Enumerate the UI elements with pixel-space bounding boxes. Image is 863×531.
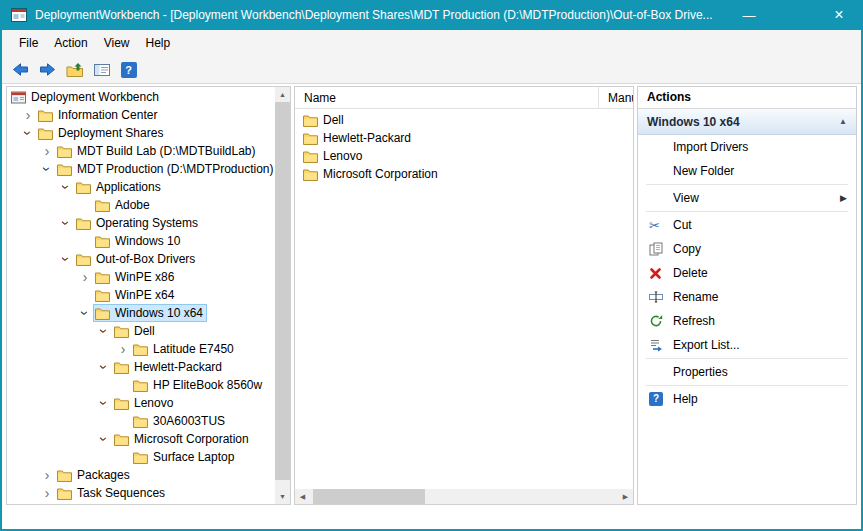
forward-button[interactable]	[36, 59, 59, 81]
tree-item-mdt-build-lab-d-mdtbuildlab[interactable]: ›MDT Build Lab (D:\MDTBuildLab)	[7, 142, 275, 160]
tree-item-microsoft-corporation[interactable]: ›Microsoft Corporation	[7, 430, 275, 448]
list-row-dell[interactable]: Dell	[295, 111, 633, 129]
help-icon: ?	[649, 392, 663, 406]
tree-expander-icon[interactable]: ›	[57, 251, 75, 267]
scroll-left-icon[interactable]: ◀	[295, 489, 310, 504]
action-item-label: New Folder	[673, 164, 856, 178]
tree-item-hewlett-packard[interactable]: ›Hewlett-Packard	[7, 358, 275, 376]
tree-item-hp-elitebook-8560w[interactable]: ›HP EliteBook 8560w	[7, 376, 275, 394]
action-item-export-list[interactable]: Export List...	[638, 333, 856, 357]
action-item-rename[interactable]: Rename	[638, 285, 856, 309]
tree-item-label: MDT Production (D:\MDTProduction)	[77, 162, 274, 176]
action-item-label: Delete	[673, 266, 856, 280]
tree-expander-icon[interactable]: ›	[95, 395, 113, 411]
action-item-delete[interactable]: Delete	[638, 261, 856, 285]
folder-icon	[95, 307, 110, 320]
tree-item-deployment-shares[interactable]: ›Deployment Shares	[7, 124, 275, 142]
close-button[interactable]: ×	[817, 0, 861, 30]
tree-item-applications[interactable]: ›Applications	[7, 178, 275, 196]
folder-icon	[303, 168, 318, 181]
tree-item-lenovo[interactable]: ›Lenovo	[7, 394, 275, 412]
tree-expander-icon[interactable]: ›	[39, 466, 55, 484]
tree-expander-icon[interactable]: ›	[39, 484, 55, 502]
tree-item-mdt-production-d-mdtproduction[interactable]: ›MDT Production (D:\MDTProduction)	[7, 160, 275, 178]
list-row-lenovo[interactable]: Lenovo	[295, 147, 633, 165]
column-header-name[interactable]: Name	[295, 87, 599, 108]
list-scrollbar-thumb[interactable]	[313, 489, 425, 504]
tree-item-30a6003tus[interactable]: ›30A6003TUS	[7, 412, 275, 430]
action-item-label: Export List...	[673, 338, 856, 352]
action-item-view[interactable]: View▶	[638, 186, 856, 210]
folder-icon	[38, 127, 53, 140]
action-item-properties[interactable]: Properties	[638, 360, 856, 384]
tree-item-information-center[interactable]: ›Information Center	[7, 106, 275, 124]
tree-scrollbar-track[interactable]	[275, 102, 290, 489]
folder-icon	[303, 132, 318, 145]
tree-item-latitude-e7450[interactable]: ›Latitude E7450	[7, 340, 275, 358]
tree-expander-icon[interactable]: ›	[76, 305, 94, 321]
list-row-hewlett-packard[interactable]: Hewlett-Packard	[295, 129, 633, 147]
toolbar: ?	[2, 56, 861, 84]
action-item-cut[interactable]: ✂Cut	[638, 213, 856, 237]
minimize-button[interactable]: —	[727, 0, 771, 30]
tree-expander-icon[interactable]: ›	[95, 431, 113, 447]
tree-item-windows-10[interactable]: ›Windows 10	[7, 232, 275, 250]
titlebar[interactable]: DeploymentWorkbench - [Deployment Workbe…	[2, 0, 861, 30]
action-item-import-drivers[interactable]: Import Drivers	[638, 135, 856, 159]
list-horizontal-scrollbar[interactable]: ◀ ▶	[295, 489, 633, 504]
help-button[interactable]: ?	[117, 59, 140, 81]
menu-item-file[interactable]: File	[11, 30, 46, 56]
tree-expander-icon[interactable]: ›	[19, 125, 37, 141]
tree-expander-icon[interactable]: ›	[20, 106, 36, 124]
folder-icon	[114, 361, 129, 374]
tree-item-operating-systems[interactable]: ›Operating Systems	[7, 214, 275, 232]
action-item-copy[interactable]: Copy	[638, 237, 856, 261]
up-one-level-button[interactable]	[63, 59, 86, 81]
tree-item-windows-10-x64[interactable]: ›Windows 10 x64	[7, 304, 275, 322]
folder-icon	[95, 271, 110, 284]
tree-vertical-scrollbar[interactable]: ▲ ▼	[275, 87, 290, 504]
tree-item-deployment-workbench[interactable]: Deployment Workbench	[7, 88, 275, 106]
tree-scrollbar-thumb[interactable]	[275, 102, 290, 480]
collapse-section-icon[interactable]: ▲	[839, 117, 847, 126]
back-button[interactable]	[9, 59, 32, 81]
cut-icon-slot: ✂	[649, 219, 673, 232]
list-scrollbar-track[interactable]	[310, 489, 618, 504]
tree-expander-icon[interactable]: ›	[115, 340, 131, 358]
tree-item-label: HP EliteBook 8560w	[153, 378, 262, 392]
tree-item-adobe[interactable]: ›Adobe	[7, 196, 275, 214]
tree-item-packages[interactable]: ›Packages	[7, 466, 275, 484]
tree-item-dell[interactable]: ›Dell	[7, 322, 275, 340]
tree-item-task-sequences[interactable]: ›Task Sequences	[7, 484, 275, 502]
action-item-new-folder[interactable]: New Folder	[638, 159, 856, 183]
tree-item-winpe-x86[interactable]: ›WinPE x86	[7, 268, 275, 286]
scroll-up-icon[interactable]: ▲	[275, 87, 290, 102]
tree-item-surface-laptop[interactable]: ›Surface Laptop	[7, 448, 275, 466]
menu-item-help[interactable]: Help	[138, 30, 179, 56]
tree-expander-icon[interactable]: ›	[95, 359, 113, 375]
action-item-label: Copy	[673, 242, 856, 256]
show-hide-console-tree-button[interactable]	[90, 59, 113, 81]
actions-section-header[interactable]: Windows 10 x64 ▲	[638, 109, 856, 135]
folder-icon	[303, 150, 318, 163]
scroll-down-icon[interactable]: ▼	[275, 489, 290, 504]
menu-item-view[interactable]: View	[96, 30, 138, 56]
tree-expander-icon[interactable]: ›	[57, 215, 75, 231]
tree-item-label: MDT Build Lab (D:\MDTBuildLab)	[77, 144, 256, 158]
tree-expander-icon[interactable]: ›	[77, 268, 93, 286]
tree-expander-icon[interactable]: ›	[38, 161, 56, 177]
action-item-refresh[interactable]: Refresh	[638, 309, 856, 333]
tree-item-out-of-box-drivers[interactable]: ›Out-of-Box Drivers	[7, 250, 275, 268]
tree-expander-icon[interactable]: ›	[95, 323, 113, 339]
tree-expander-icon[interactable]: ›	[39, 142, 55, 160]
folder-icon	[57, 487, 72, 500]
actions-separator	[646, 358, 848, 359]
column-header-manu[interactable]: Manu	[599, 87, 633, 108]
menu-item-action[interactable]: Action	[46, 30, 95, 56]
scroll-right-icon[interactable]: ▶	[618, 489, 633, 504]
tree-expander-icon[interactable]: ›	[57, 179, 75, 195]
action-item-help[interactable]: ?Help	[638, 387, 856, 411]
tree-item-winpe-x64[interactable]: ›WinPE x64	[7, 286, 275, 304]
list-header: NameManu	[295, 87, 633, 109]
list-row-microsoft-corporation[interactable]: Microsoft Corporation	[295, 165, 633, 183]
